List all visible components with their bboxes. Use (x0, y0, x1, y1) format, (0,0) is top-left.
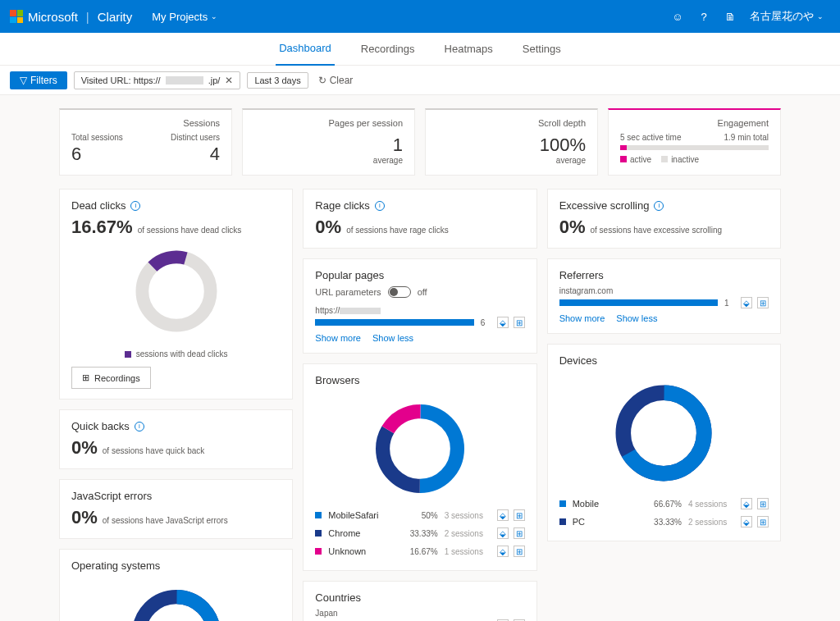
card-quick-backs: Quick backsi 0%of sessions have quick ba… (59, 409, 293, 469)
popular-count: 6 (481, 318, 491, 327)
card-title: Popular pages (315, 269, 384, 281)
card-os: Operating systems iOS66.67%4 sessions⬙⊞W… (59, 549, 293, 621)
total-sessions-label: Total sessions (71, 133, 123, 142)
show-more-link[interactable]: Show more (559, 313, 605, 323)
recordings-button[interactable]: ⊞Recordings (71, 367, 151, 389)
referrer-name: instagram.com (559, 286, 769, 295)
play-icon[interactable]: ⊞ (514, 509, 525, 521)
masked-url (340, 308, 381, 314)
list-item: Mobile66.67%4 sessions⬙⊞ (559, 495, 769, 513)
dead-clicks-donut (71, 238, 281, 345)
filters-button[interactable]: ▽ Filters (10, 71, 67, 89)
flame-icon[interactable]: ⬙ (497, 546, 509, 557)
legend-active: active (630, 155, 651, 164)
metric-title: Scroll depth (437, 118, 586, 128)
legend-active-dot (620, 156, 627, 162)
metric-engagement: Engagement 5 sec active time 1.9 min tot… (608, 108, 781, 176)
legend-sq (559, 500, 566, 507)
flame-icon[interactable]: ⬙ (497, 509, 509, 521)
feedback-icon[interactable]: ☺ (664, 3, 691, 30)
flame-icon[interactable]: ⬙ (497, 527, 509, 539)
chevron-down-icon: ⌄ (817, 12, 824, 21)
svg-point-0 (142, 257, 210, 325)
play-icon[interactable]: ⊞ (757, 516, 769, 527)
item-sessions: 2 sessions (445, 529, 491, 538)
card-title: Devices (559, 354, 597, 367)
brand-app: Clarity (98, 10, 133, 24)
filter-chip-url[interactable]: Visited URL: https://.jp/ ✕ (74, 71, 241, 89)
info-icon[interactable]: i (130, 201, 140, 211)
filter-bar: ▽ Filters Visited URL: https://.jp/ ✕ La… (0, 66, 840, 95)
list-item: PC33.33%2 sessions⬙⊞ (559, 513, 769, 531)
show-less-link[interactable]: Show less (372, 333, 413, 343)
quick-backs-desc: of sessions have quick back (103, 446, 205, 455)
url-params-toggle[interactable]: URL parameters off (315, 286, 524, 298)
play-icon[interactable]: ⊞ (514, 527, 525, 539)
engage-total-label: 1.9 min total (724, 133, 769, 142)
info-icon[interactable]: i (654, 201, 664, 211)
tab-dashboard[interactable]: Dashboard (276, 33, 335, 66)
rage-pct: 0% (315, 217, 341, 238)
dead-clicks-pct: 16.67% (71, 217, 133, 238)
user-menu[interactable]: 名古屋花のや ⌄ (743, 9, 830, 24)
metrics-row: Sessions Total sessions 6 Distinct users… (59, 108, 781, 176)
legend-inactive-dot (661, 156, 668, 162)
pps-value: 1 (393, 135, 403, 156)
card-title: Operating systems (71, 559, 160, 572)
show-more-link[interactable]: Show more (315, 333, 361, 343)
list-item: Chrome33.33%2 sessions⬙⊞ (315, 524, 524, 542)
column-1: Dead clicksi 16.67%of sessions have dead… (59, 189, 293, 621)
play-icon[interactable]: ⊞ (757, 297, 769, 308)
item-pct: 33.33% (642, 518, 682, 527)
recordings-icon: ⊞ (82, 372, 89, 383)
referrer-count: 1 (724, 299, 734, 308)
item-name: MobileSafari (328, 510, 391, 520)
item-name: Chrome (328, 528, 391, 538)
help-icon[interactable]: ? (691, 3, 717, 30)
card-title: JavaScript errors (71, 490, 152, 502)
filters-label: Filters (30, 75, 57, 86)
card-devices: Devices Mobile66.67%4 sessions⬙⊞PC33.33%… (547, 344, 781, 541)
card-rage-clicks: Rage clicksi 0%of sessions have rage cli… (303, 189, 536, 249)
metric-sessions: Sessions Total sessions 6 Distinct users… (59, 108, 232, 176)
excessive-desc: of sessions have excessive scrolling (590, 226, 722, 235)
list-item: Unknown16.67%1 sessions⬙⊞ (315, 542, 524, 560)
tab-recordings[interactable]: Recordings (358, 33, 418, 66)
flame-icon[interactable]: ⬙ (741, 498, 752, 509)
flame-icon[interactable]: ⬙ (497, 317, 509, 328)
metric-title: Pages per session (254, 118, 403, 128)
url-params-label: URL parameters (315, 287, 381, 297)
item-sessions: 3 sessions (445, 511, 491, 520)
metric-scroll: Scroll depth 100% average (425, 108, 598, 176)
card-title: Dead clicks (71, 199, 126, 212)
document-icon[interactable]: 🗎 (717, 3, 743, 30)
info-icon[interactable]: i (375, 201, 385, 211)
dead-clicks-legend: sessions with dead clicks (136, 349, 228, 358)
cards-grid: Dead clicksi 16.67%of sessions have dead… (59, 189, 781, 621)
play-icon[interactable]: ⊞ (757, 498, 769, 509)
tab-settings[interactable]: Settings (519, 33, 564, 66)
filter-chip-date[interactable]: Last 3 days (247, 72, 308, 89)
info-icon[interactable]: i (135, 422, 144, 432)
tab-heatmaps[interactable]: Heatmaps (441, 33, 496, 66)
app-header: Microsoft | Clarity My Projects ⌄ ☺ ? 🗎 … (0, 0, 840, 33)
engagement-bar (620, 145, 769, 150)
item-name: Unknown (328, 546, 391, 556)
popular-url-prefix: https:// (315, 306, 340, 315)
metric-pps: Pages per session 1 average (242, 108, 415, 176)
play-icon[interactable]: ⊞ (514, 546, 525, 557)
close-icon[interactable]: ✕ (225, 75, 233, 86)
play-icon[interactable]: ⊞ (514, 317, 525, 328)
distinct-users-value: 4 (210, 144, 220, 165)
show-less-link[interactable]: Show less (616, 313, 657, 323)
item-name: Mobile (573, 499, 636, 509)
legend-sq (559, 518, 566, 525)
devices-donut (559, 372, 769, 495)
flame-icon[interactable]: ⬙ (741, 297, 752, 308)
column-2: Rage clicksi 0%of sessions have rage cli… (303, 189, 536, 621)
my-projects-dropdown[interactable]: My Projects ⌄ (152, 11, 217, 23)
item-pct: 66.67% (642, 500, 682, 509)
clear-button[interactable]: ↻ Clear (318, 75, 354, 86)
flame-icon[interactable]: ⬙ (741, 516, 752, 527)
scroll-sub: average (556, 156, 586, 165)
